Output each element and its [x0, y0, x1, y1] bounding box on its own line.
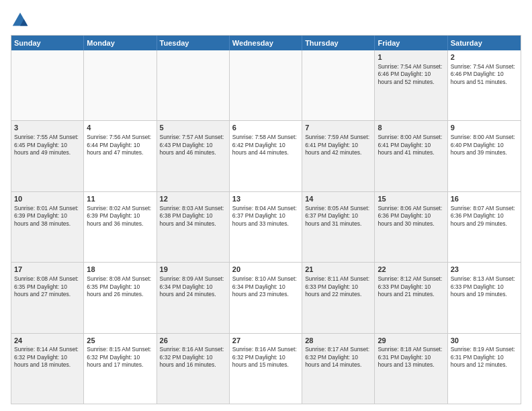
day-number: 12: [160, 194, 226, 204]
daylight-hours: Sunrise: 7:56 AM Sunset: 6:44 PM Dayligh…: [87, 134, 153, 156]
daylight-hours: Sunrise: 8:15 AM Sunset: 6:32 PM Dayligh…: [87, 346, 153, 369]
calendar-cell: 28Sunrise: 8:17 AM Sunset: 6:32 PM Dayli…: [302, 334, 375, 404]
calendar-cell: 19Sunrise: 8:09 AM Sunset: 6:34 PM Dayli…: [157, 263, 230, 332]
calendar-cell: 6Sunrise: 7:58 AM Sunset: 6:42 PM Daylig…: [230, 121, 302, 191]
weekday-header: Tuesday: [157, 36, 230, 50]
calendar-cell: 30Sunrise: 8:19 AM Sunset: 6:31 PM Dayli…: [448, 334, 521, 404]
day-number: 3: [14, 123, 81, 133]
daylight-hours: Sunrise: 7:57 AM Sunset: 6:43 PM Dayligh…: [160, 134, 226, 156]
calendar-cell: 17Sunrise: 8:08 AM Sunset: 6:35 PM Dayli…: [11, 263, 84, 332]
day-number: 22: [378, 265, 444, 275]
calendar-cell: 9Sunrise: 8:00 AM Sunset: 6:40 PM Daylig…: [448, 121, 521, 191]
calendar-cell: 13Sunrise: 8:04 AM Sunset: 6:37 PM Dayli…: [230, 192, 302, 262]
calendar-body: 1Sunrise: 7:54 AM Sunset: 6:46 PM Daylig…: [11, 50, 521, 404]
daylight-hours: Sunrise: 8:14 AM Sunset: 6:32 PM Dayligh…: [14, 346, 81, 369]
calendar-cell: 25Sunrise: 8:15 AM Sunset: 6:32 PM Dayli…: [84, 334, 157, 404]
calendar-cell: 8Sunrise: 8:00 AM Sunset: 6:41 PM Daylig…: [375, 121, 447, 191]
daylight-hours: Sunrise: 8:01 AM Sunset: 6:39 PM Dayligh…: [14, 205, 81, 228]
daylight-hours: Sunrise: 8:06 AM Sunset: 6:36 PM Dayligh…: [378, 205, 444, 228]
weekday-header: Friday: [375, 36, 447, 50]
day-number: 6: [232, 123, 299, 133]
calendar-cell: 7Sunrise: 7:59 AM Sunset: 6:41 PM Daylig…: [302, 121, 375, 191]
daylight-hours: Sunrise: 8:09 AM Sunset: 6:34 PM Dayligh…: [160, 275, 226, 298]
calendar-row: 1Sunrise: 7:54 AM Sunset: 6:46 PM Daylig…: [11, 50, 521, 120]
daylight-hours: Sunrise: 8:12 AM Sunset: 6:33 PM Dayligh…: [378, 275, 444, 298]
day-number: 26: [160, 336, 226, 346]
calendar-cell: [11, 50, 84, 120]
page: SundayMondayTuesdayWednesdayThursdayFrid…: [0, 0, 532, 411]
day-number: 4: [87, 123, 153, 133]
calendar-cell: [84, 50, 157, 120]
calendar-cell: [302, 50, 375, 120]
daylight-hours: Sunrise: 7:54 AM Sunset: 6:46 PM Dayligh…: [378, 63, 444, 86]
daylight-hours: Sunrise: 8:10 AM Sunset: 6:34 PM Dayligh…: [232, 275, 299, 298]
day-number: 28: [305, 336, 371, 346]
calendar-cell: 22Sunrise: 8:12 AM Sunset: 6:33 PM Dayli…: [375, 263, 447, 332]
day-number: 16: [451, 194, 518, 204]
day-number: 24: [14, 336, 81, 346]
calendar-cell: 21Sunrise: 8:11 AM Sunset: 6:33 PM Dayli…: [302, 263, 375, 332]
daylight-hours: Sunrise: 8:05 AM Sunset: 6:37 PM Dayligh…: [305, 205, 371, 228]
calendar-cell: 26Sunrise: 8:16 AM Sunset: 6:32 PM Dayli…: [157, 334, 230, 404]
calendar-cell: 23Sunrise: 8:13 AM Sunset: 6:33 PM Dayli…: [448, 263, 521, 332]
day-number: 25: [87, 336, 153, 346]
weekday-header: Monday: [84, 36, 157, 50]
calendar-cell: 4Sunrise: 7:56 AM Sunset: 6:44 PM Daylig…: [84, 121, 157, 191]
calendar-cell: 29Sunrise: 8:18 AM Sunset: 6:31 PM Dayli…: [375, 334, 447, 404]
calendar-cell: 12Sunrise: 8:03 AM Sunset: 6:38 PM Dayli…: [157, 192, 230, 262]
daylight-hours: Sunrise: 8:16 AM Sunset: 6:32 PM Dayligh…: [160, 346, 226, 369]
daylight-hours: Sunrise: 8:08 AM Sunset: 6:35 PM Dayligh…: [87, 275, 153, 298]
calendar-row: 24Sunrise: 8:14 AM Sunset: 6:32 PM Dayli…: [11, 333, 521, 404]
day-number: 30: [451, 336, 518, 346]
daylight-hours: Sunrise: 8:07 AM Sunset: 6:36 PM Dayligh…: [451, 205, 518, 228]
calendar-cell: 24Sunrise: 8:14 AM Sunset: 6:32 PM Dayli…: [11, 334, 84, 404]
daylight-hours: Sunrise: 7:55 AM Sunset: 6:45 PM Dayligh…: [14, 134, 81, 156]
day-number: 11: [87, 194, 153, 204]
daylight-hours: Sunrise: 7:58 AM Sunset: 6:42 PM Dayligh…: [232, 134, 299, 156]
daylight-hours: Sunrise: 8:13 AM Sunset: 6:33 PM Dayligh…: [451, 275, 518, 298]
day-number: 18: [87, 265, 153, 275]
logo: [11, 11, 32, 30]
weekday-header: Sunday: [11, 36, 84, 50]
calendar-cell: [230, 50, 302, 120]
day-number: 1: [378, 52, 444, 62]
calendar-cell: 10Sunrise: 8:01 AM Sunset: 6:39 PM Dayli…: [11, 192, 84, 262]
day-number: 19: [160, 265, 226, 275]
header: [11, 11, 521, 30]
calendar-cell: 20Sunrise: 8:10 AM Sunset: 6:34 PM Dayli…: [230, 263, 302, 332]
calendar-cell: 3Sunrise: 7:55 AM Sunset: 6:45 PM Daylig…: [11, 121, 84, 191]
calendar-cell: 2Sunrise: 7:54 AM Sunset: 6:46 PM Daylig…: [448, 50, 521, 120]
day-number: 21: [305, 265, 371, 275]
daylight-hours: Sunrise: 8:16 AM Sunset: 6:32 PM Dayligh…: [232, 346, 299, 369]
calendar-cell: 5Sunrise: 7:57 AM Sunset: 6:43 PM Daylig…: [157, 121, 230, 191]
day-number: 27: [232, 336, 299, 346]
daylight-hours: Sunrise: 7:59 AM Sunset: 6:41 PM Dayligh…: [305, 134, 371, 156]
weekday-header: Saturday: [448, 36, 521, 50]
calendar-cell: 11Sunrise: 8:02 AM Sunset: 6:39 PM Dayli…: [84, 192, 157, 262]
weekday-header: Thursday: [302, 36, 375, 50]
calendar-row: 3Sunrise: 7:55 AM Sunset: 6:45 PM Daylig…: [11, 120, 521, 191]
daylight-hours: Sunrise: 8:00 AM Sunset: 6:40 PM Dayligh…: [451, 134, 518, 156]
daylight-hours: Sunrise: 8:03 AM Sunset: 6:38 PM Dayligh…: [160, 205, 226, 228]
calendar-cell: [157, 50, 230, 120]
calendar: SundayMondayTuesdayWednesdayThursdayFrid…: [11, 35, 521, 404]
daylight-hours: Sunrise: 8:18 AM Sunset: 6:31 PM Dayligh…: [378, 346, 444, 369]
calendar-cell: 15Sunrise: 8:06 AM Sunset: 6:36 PM Dayli…: [375, 192, 447, 262]
day-number: 5: [160, 123, 226, 133]
daylight-hours: Sunrise: 8:08 AM Sunset: 6:35 PM Dayligh…: [14, 275, 81, 298]
weekday-header: Wednesday: [230, 36, 302, 50]
calendar-header: SundayMondayTuesdayWednesdayThursdayFrid…: [11, 36, 521, 50]
calendar-row: 17Sunrise: 8:08 AM Sunset: 6:35 PM Dayli…: [11, 262, 521, 332]
day-number: 8: [378, 123, 444, 133]
day-number: 13: [232, 194, 299, 204]
day-number: 2: [451, 52, 518, 62]
day-number: 10: [14, 194, 81, 204]
calendar-row: 10Sunrise: 8:01 AM Sunset: 6:39 PM Dayli…: [11, 191, 521, 262]
daylight-hours: Sunrise: 8:17 AM Sunset: 6:32 PM Dayligh…: [305, 346, 371, 369]
calendar-cell: 16Sunrise: 8:07 AM Sunset: 6:36 PM Dayli…: [448, 192, 521, 262]
daylight-hours: Sunrise: 8:19 AM Sunset: 6:31 PM Dayligh…: [451, 346, 518, 369]
daylight-hours: Sunrise: 8:00 AM Sunset: 6:41 PM Dayligh…: [378, 134, 444, 156]
logo-icon: [11, 11, 30, 30]
day-number: 17: [14, 265, 81, 275]
day-number: 20: [232, 265, 299, 275]
